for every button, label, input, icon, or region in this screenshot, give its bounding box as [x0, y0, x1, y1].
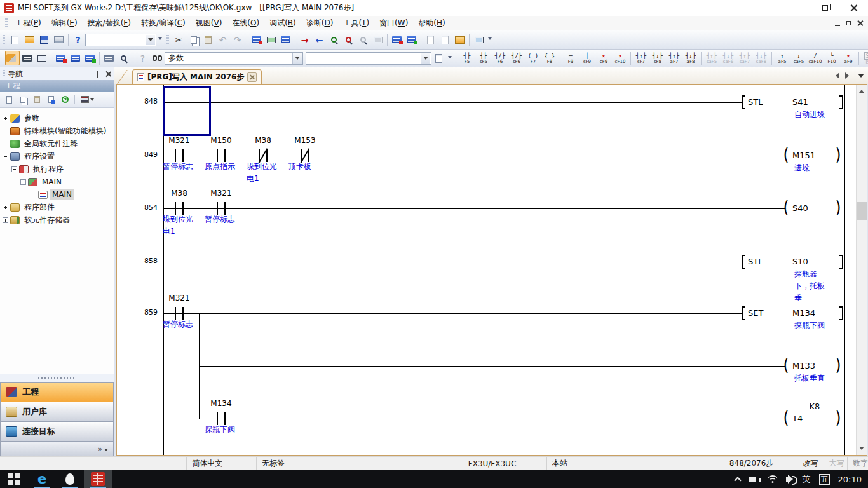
combo-arrow-icon[interactable]	[292, 53, 302, 64]
restore-button[interactable]	[811, 0, 839, 16]
close-button[interactable]	[839, 0, 868, 16]
help2-button[interactable]: ?	[135, 51, 150, 65]
device-display-button[interactable]	[249, 32, 264, 47]
coil-device[interactable]: M151	[792, 151, 837, 160]
open-contact-f5-button[interactable]: ┤├F5	[459, 51, 475, 66]
contact-nc[interactable]	[258, 149, 268, 162]
contact-no[interactable]	[174, 202, 184, 215]
undo-button[interactable]: ↶	[215, 32, 230, 47]
tab-list-icon[interactable]	[858, 74, 864, 81]
display-setting-button[interactable]	[471, 32, 486, 47]
combo-arrow-icon[interactable]	[421, 53, 430, 64]
redo-button[interactable]: ↷	[230, 32, 245, 47]
device-monitor-button[interactable]	[264, 32, 278, 47]
minimize-button[interactable]	[782, 0, 811, 16]
contact-no[interactable]	[174, 307, 184, 320]
inline-st-button[interactable]: STIST	[861, 51, 868, 66]
nav-sort-button[interactable]	[78, 93, 96, 106]
vline-f10-button[interactable]: └F10	[824, 51, 840, 66]
stl-instruction[interactable]: STL	[748, 97, 763, 107]
taskbar-edge[interactable]: e	[28, 470, 56, 488]
pause-monitor-button[interactable]	[356, 32, 370, 47]
collapse-icon[interactable]	[3, 154, 8, 159]
tray-expand-icon[interactable]	[734, 477, 741, 484]
menu-tools[interactable]: 工具(T)	[338, 17, 374, 30]
tree-item-exec-program[interactable]: 执行程序	[0, 163, 114, 175]
write-to-plc-button[interactable]: →	[297, 32, 312, 47]
contact-no[interactable]	[216, 202, 226, 215]
tab-scroll-left-icon[interactable]	[832, 72, 839, 79]
combo-arrow-icon[interactable]	[146, 35, 155, 45]
coil-f7-button[interactable]: ( )F7	[525, 51, 541, 66]
scrollbar-thumb[interactable]	[857, 202, 867, 220]
set-instruction[interactable]: SET	[748, 308, 763, 318]
read-from-plc-button[interactable]: ←	[312, 32, 327, 47]
copy-button[interactable]	[186, 32, 201, 47]
cut-button[interactable]: ✂	[172, 32, 186, 47]
menu-compile[interactable]: 转换/编译(C)	[136, 17, 191, 30]
resume-monitor-button[interactable]	[370, 32, 385, 47]
start-button[interactable]	[0, 470, 28, 488]
tree-item-global-comment[interactable]: 全局软元件注释	[0, 137, 114, 150]
view-selector-user-library[interactable]: 用户库	[0, 402, 114, 421]
view-selector-more-button[interactable]: »	[0, 441, 114, 456]
battery-icon[interactable]	[749, 477, 759, 482]
param-combo[interactable]: 参数	[165, 52, 303, 65]
closed-branch-sf6-button[interactable]: ┤/├sF6	[508, 51, 525, 66]
delete-vline-cf10-button[interactable]: ×cF10	[612, 51, 628, 66]
save-project-button[interactable]	[37, 32, 51, 47]
ime-wubi-indicator[interactable]: 五	[819, 474, 830, 485]
taskbar-app2[interactable]	[56, 470, 84, 488]
mdi-minimize-button[interactable]	[835, 25, 840, 26]
print-button[interactable]	[51, 32, 66, 47]
statement-display-button[interactable]	[438, 32, 452, 47]
expand-icon[interactable]	[3, 205, 8, 210]
contact-nc[interactable]	[300, 149, 310, 162]
menu-edit[interactable]: 编辑(E)	[46, 17, 83, 30]
toolbar-overflow-button[interactable]	[156, 37, 164, 42]
watch-window-button[interactable]	[102, 51, 116, 65]
scroll-up-button[interactable]	[857, 85, 867, 95]
hline-f9-button[interactable]: ─F9	[562, 51, 579, 66]
nav-new-button[interactable]	[3, 93, 15, 106]
tab-scroll-right-icon[interactable]	[845, 72, 852, 79]
navigation-window-toggle[interactable]	[5, 51, 20, 65]
device-comment-list-button[interactable]	[68, 51, 83, 65]
menu-diagnostics[interactable]: 诊断(D)	[301, 17, 339, 30]
expand-icon[interactable]	[3, 116, 8, 121]
start-monitor-button[interactable]	[327, 32, 341, 47]
tree-item-parameters[interactable]: 参数	[0, 112, 114, 125]
program-list-button[interactable]	[34, 51, 49, 65]
toolbar-overflow-button[interactable]	[446, 56, 454, 60]
instruction-f8-button[interactable]: { }F8	[541, 51, 558, 66]
pulse-negate-saf5-button[interactable]: ┤↑├saF5	[703, 51, 720, 66]
device-search-button[interactable]	[116, 51, 131, 65]
rising-pulse-sf7-button[interactable]: ┤↑├sF7	[633, 51, 649, 66]
device-label[interactable]: M134	[792, 308, 837, 318]
device-batch-monitor-button[interactable]	[390, 32, 404, 47]
invert-result-af5-button[interactable]: ↑aF5	[774, 51, 790, 66]
collapse-icon[interactable]	[11, 166, 17, 172]
find-combo[interactable]	[306, 52, 431, 65]
coil-device[interactable]: T4	[792, 414, 837, 423]
taskbar-gx-works2[interactable]	[84, 470, 112, 488]
mdi-close-button[interactable]	[857, 20, 863, 26]
delete-line-af9-button[interactable]: ×aF9	[840, 51, 857, 66]
comment-display-button[interactable]	[423, 32, 438, 47]
contact-no[interactable]	[216, 149, 226, 162]
device-batch-monitor2-button[interactable]	[404, 32, 419, 47]
nav-paste-button[interactable]	[31, 93, 43, 106]
ladder-canvas[interactable]: 848 STL S41 自动进垛 849 M321 暂停标志 M150	[117, 85, 856, 455]
tree-item-special-module[interactable]: 特殊模块(智能功能模块)	[0, 125, 114, 137]
volume-icon[interactable]	[786, 477, 790, 482]
nav-copy-button[interactable]	[17, 93, 29, 106]
menu-view[interactable]: 视图(V)	[191, 17, 227, 30]
falling-pulse-sf8-button[interactable]: ┤↓├sF8	[649, 51, 666, 66]
tree-item-main-ladder[interactable]: MAIN	[0, 188, 114, 201]
vline-sf9-button[interactable]: │sF9	[579, 51, 595, 66]
menu-help[interactable]: 帮助(H)	[413, 17, 450, 30]
vertical-scrollbar[interactable]	[856, 85, 867, 455]
stl-instruction[interactable]: STL	[748, 257, 763, 266]
new-project-button[interactable]	[8, 32, 22, 47]
project-combo[interactable]	[85, 34, 156, 46]
